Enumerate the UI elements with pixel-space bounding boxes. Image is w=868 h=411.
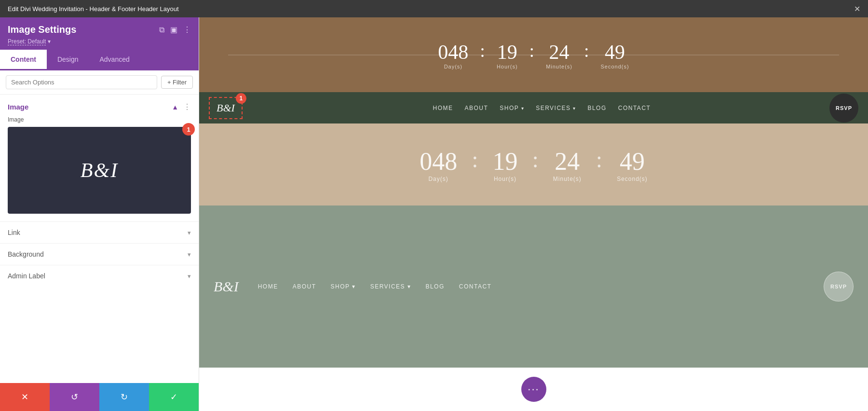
nav-link-services[interactable]: SERVICES xyxy=(536,105,576,111)
tab-design[interactable]: Design xyxy=(47,50,89,70)
tabs-row: Content Design Advanced xyxy=(0,50,199,70)
c2-minutes-label: Minute(s) xyxy=(553,176,582,182)
footer-link-about[interactable]: ABOUT xyxy=(293,283,316,290)
c2-days-unit: 048 Day(s) xyxy=(405,147,472,182)
image-section-header: Image ▲ ⋮ xyxy=(0,95,199,116)
footer-link-blog[interactable]: BLOG xyxy=(425,283,444,290)
header-minutes-number: 24 xyxy=(549,41,570,64)
footer-link-contact[interactable]: CONTACT xyxy=(459,283,492,290)
c2-hours-unit: 19 Hour(s) xyxy=(478,147,532,182)
cancel-button[interactable]: ✕ xyxy=(0,383,50,411)
filter-button[interactable]: + Filter xyxy=(161,76,193,89)
preview-countdown2: 048 Day(s) : 19 Hour(s) : 24 Minute(s) :… xyxy=(199,123,868,206)
header-days-label: Day(s) xyxy=(444,64,462,69)
nav-link-shop[interactable]: SHOP xyxy=(500,105,524,111)
c2-seconds-number: 49 xyxy=(620,147,645,176)
panel-content: Image ▲ ⋮ Image B&I 1 Link ▾ Backgro xyxy=(0,95,199,383)
nav-links: HOME ABOUT SHOP SERVICES BLOG CONTACT xyxy=(254,105,829,111)
background-chevron-icon: ▾ xyxy=(188,251,191,258)
chevron-up-icon[interactable]: ▲ xyxy=(172,103,178,111)
header-hours-label: Hour(s) xyxy=(497,64,518,69)
image-section-title: Image xyxy=(8,103,28,111)
close-icon[interactable]: ✕ xyxy=(854,4,860,14)
header-countdown: 048 Day(s) : 19 Hour(s) : 24 Minute(s) :… xyxy=(426,40,640,70)
section-header-actions: ▲ ⋮ xyxy=(172,102,191,111)
image-preview-container[interactable]: B&I 1 xyxy=(8,127,191,214)
c2-seconds-label: Second(s) xyxy=(617,176,648,182)
footer-logo: B&I xyxy=(214,278,239,295)
tab-content[interactable]: Content xyxy=(0,50,47,70)
fab-dots-button[interactable]: ··· xyxy=(521,377,546,402)
header-seconds-number: 49 xyxy=(605,41,625,64)
header-days-unit: 048 Day(s) xyxy=(426,41,480,69)
background-section[interactable]: Background ▾ xyxy=(0,243,199,265)
nav-rsvp-button[interactable]: RSVP xyxy=(829,94,858,123)
save-button[interactable]: ✓ xyxy=(149,383,199,411)
preview-area: 048 Day(s) : 19 Hour(s) : 24 Minute(s) :… xyxy=(199,17,868,411)
split-icon[interactable]: ▣ xyxy=(170,25,177,34)
footer-link-home[interactable]: HOME xyxy=(258,283,278,290)
left-panel: Image Settings ⧉ ▣ ⋮ Preset: Default ▾ C… xyxy=(0,17,199,411)
window-icon[interactable]: ⧉ xyxy=(159,26,164,34)
nav-link-home[interactable]: HOME xyxy=(433,105,453,111)
header-sep2: : xyxy=(529,40,535,70)
redo-button[interactable]: ↻ xyxy=(99,383,149,411)
section-dots-icon[interactable]: ⋮ xyxy=(183,102,191,111)
c2-hours-number: 19 xyxy=(492,147,517,176)
header-seconds-label: Second(s) xyxy=(601,64,629,69)
c2-sep2: : xyxy=(532,146,538,183)
panel-header: Image Settings ⧉ ▣ ⋮ Preset: Default ▾ xyxy=(0,17,199,50)
nav-link-about[interactable]: ABOUT xyxy=(465,105,488,111)
footer-nav-links: HOME ABOUT SHOP ▾ SERVICES ▾ BLOG CONTAC… xyxy=(258,283,492,290)
preview-bottom: ··· xyxy=(199,368,868,411)
panel-header-icons: ⧉ ▣ ⋮ xyxy=(159,25,191,34)
image-preview-logo: B&I xyxy=(81,159,118,182)
title-bar: Edit Divi Wedding Invitation - Header & … xyxy=(0,0,868,17)
c2-seconds-unit: 49 Second(s) xyxy=(602,147,662,182)
undo-button[interactable]: ↺ xyxy=(50,383,99,411)
footer-link-shop[interactable]: SHOP ▾ xyxy=(331,283,356,290)
link-section[interactable]: Link ▾ xyxy=(0,221,199,243)
image-preview: B&I xyxy=(8,127,191,214)
header-hours-number: 19 xyxy=(497,41,517,64)
header-minutes-unit: 24 Minute(s) xyxy=(534,41,584,69)
nav-logo-box[interactable]: B&I 1 xyxy=(209,97,243,119)
nav-link-blog[interactable]: BLOG xyxy=(587,105,606,111)
admin-label-label: Admin Label xyxy=(8,272,45,280)
link-chevron-icon: ▾ xyxy=(188,229,191,236)
preview-header: 048 Day(s) : 19 Hour(s) : 24 Minute(s) :… xyxy=(199,17,868,92)
background-label: Background xyxy=(8,250,44,258)
header-days-number: 048 xyxy=(438,41,468,64)
preview-footer-nav: B&I HOME ABOUT SHOP ▾ SERVICES ▾ BLOG CO… xyxy=(199,206,868,368)
image-badge: 1 xyxy=(182,123,195,136)
c2-hours-label: Hour(s) xyxy=(494,176,516,182)
admin-label-section[interactable]: Admin Label ▾ xyxy=(0,265,199,287)
header-hours-unit: 19 Hour(s) xyxy=(485,41,529,69)
bottom-bar: ✕ ↺ ↻ ✓ xyxy=(0,383,199,411)
c2-sep3: : xyxy=(596,146,602,183)
save-icon: ✓ xyxy=(170,392,177,402)
c2-days-number: 048 xyxy=(420,147,457,176)
c2-sep1: : xyxy=(472,146,478,183)
header-sep1: : xyxy=(480,40,485,70)
image-field-label: Image xyxy=(0,116,199,127)
nav-logo-text: B&I xyxy=(217,102,235,114)
preset-row[interactable]: Preset: Default ▾ xyxy=(8,38,191,50)
panel-title-row: Image Settings ⧉ ▣ ⋮ xyxy=(8,24,191,35)
admin-label-chevron-icon: ▾ xyxy=(188,273,191,280)
search-input[interactable] xyxy=(6,75,157,89)
header-sep3: : xyxy=(584,40,589,70)
c2-days-label: Day(s) xyxy=(428,176,448,182)
footer-rsvp-button[interactable]: RSVP xyxy=(824,272,854,301)
footer-link-services[interactable]: SERVICES ▾ xyxy=(370,283,411,290)
nav-link-contact[interactable]: CONTACT xyxy=(618,105,651,111)
search-filter-row: + Filter xyxy=(0,70,199,95)
title-bar-text: Edit Divi Wedding Invitation - Header & … xyxy=(8,5,179,13)
tab-advanced[interactable]: Advanced xyxy=(89,50,140,70)
more-icon[interactable]: ⋮ xyxy=(183,25,191,34)
link-label: Link xyxy=(8,229,20,236)
main-layout: Image Settings ⧉ ▣ ⋮ Preset: Default ▾ C… xyxy=(0,17,868,411)
undo-icon: ↺ xyxy=(71,392,78,402)
header-minutes-label: Minute(s) xyxy=(546,64,572,69)
header-seconds-unit: 49 Second(s) xyxy=(589,41,641,69)
